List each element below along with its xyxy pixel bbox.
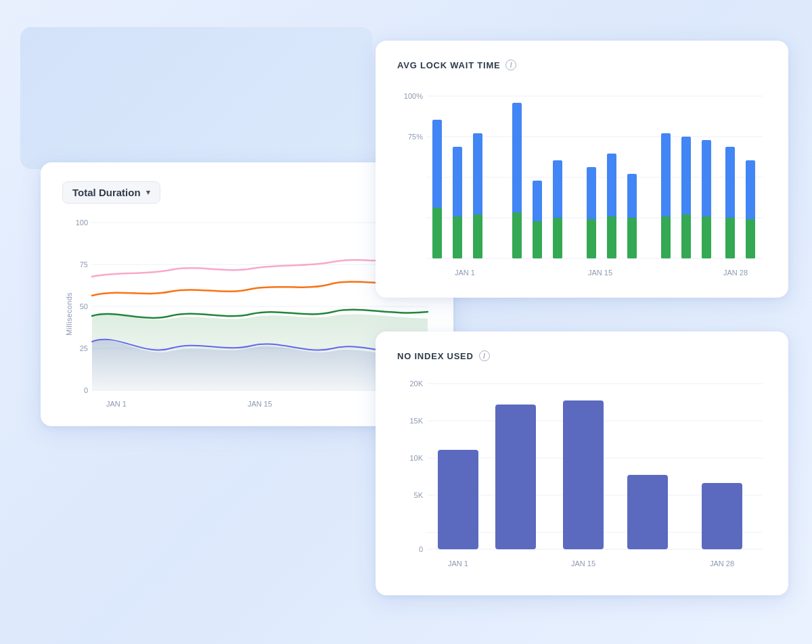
svg-text:20K: 20K — [409, 380, 423, 388]
avg-lock-svg: 100% 75% — [397, 83, 767, 292]
svg-text:0: 0 — [84, 386, 88, 394]
bar-green-12 — [702, 216, 711, 258]
bar-4 — [627, 475, 668, 549]
svg-text:JAN 15: JAN 15 — [571, 559, 595, 568]
bar-green-10 — [661, 216, 671, 258]
bar-green-7 — [587, 219, 596, 258]
no-index-info-icon[interactable]: i — [479, 350, 490, 361]
bar-green-9 — [627, 218, 637, 258]
svg-text:0: 0 — [419, 545, 423, 553]
bar-green-5 — [533, 221, 542, 258]
bar-green-13 — [725, 218, 735, 258]
bar-green-11 — [681, 214, 691, 258]
bar-green-1 — [432, 208, 442, 258]
avg-lock-wait-title: AVG LOCK WAIT TIME i — [397, 60, 767, 70]
bar-green-4 — [512, 212, 522, 258]
svg-text:JAN 1: JAN 1 — [448, 559, 468, 568]
svg-text:10K: 10K — [409, 454, 423, 462]
bar-green-6 — [553, 218, 562, 258]
svg-text:JAN 15: JAN 15 — [588, 269, 612, 277]
y-axis-label: Milliseconds — [65, 292, 73, 336]
svg-text:25: 25 — [80, 344, 88, 352]
bar-3 — [563, 400, 604, 549]
no-index-svg: 20K 15K 10K 5K 0 JAN 1 JAN 15 JAN 28 — [397, 373, 767, 590]
bar-green-2 — [453, 216, 462, 258]
dropdown-label: Total Duration — [72, 187, 141, 198]
svg-text:JAN 1: JAN 1 — [106, 400, 127, 408]
total-duration-dropdown[interactable]: Total Duration ▾ — [62, 181, 160, 204]
svg-text:JAN 28: JAN 28 — [723, 269, 748, 277]
bar-green-8 — [607, 216, 616, 258]
no-index-chart-area: 20K 15K 10K 5K 0 JAN 1 JAN 15 JAN 28 — [397, 373, 767, 590]
svg-text:JAN 28: JAN 28 — [710, 559, 734, 568]
avg-lock-info-icon[interactable]: i — [505, 60, 516, 70]
background-decoration — [20, 27, 372, 169]
svg-text:100%: 100% — [404, 92, 423, 100]
avg-lock-chart-area: 100% 75% — [397, 83, 767, 292]
chevron-down-icon: ▾ — [146, 188, 150, 197]
svg-text:JAN 15: JAN 15 — [248, 400, 272, 408]
svg-text:75%: 75% — [408, 133, 423, 141]
no-index-used-card: NO INDEX USED i 20K 15K 10K 5K 0 — [376, 331, 788, 595]
svg-text:5K: 5K — [414, 491, 424, 499]
svg-text:JAN 1: JAN 1 — [455, 269, 475, 277]
svg-text:15K: 15K — [409, 417, 423, 425]
bar-5 — [702, 483, 742, 549]
bar-green-14 — [746, 219, 755, 258]
no-index-title: NO INDEX USED i — [397, 350, 767, 361]
avg-lock-wait-card: AVG LOCK WAIT TIME i 100% 75% — [376, 41, 788, 298]
bar-1 — [438, 450, 478, 549]
bar-2 — [495, 405, 536, 549]
svg-text:100: 100 — [76, 218, 88, 227]
svg-text:75: 75 — [80, 260, 88, 269]
bar-green-3 — [473, 214, 482, 258]
svg-text:50: 50 — [80, 302, 88, 310]
